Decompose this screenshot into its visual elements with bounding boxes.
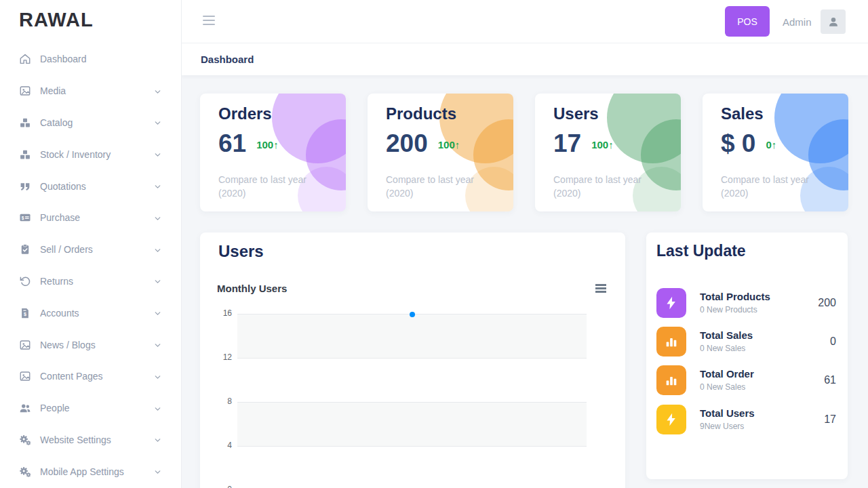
sidebar-item-catalog[interactable]: Catalog — [0, 107, 181, 139]
sidebar-item-people[interactable]: People — [0, 392, 181, 424]
users-icon — [19, 402, 32, 415]
grid-band — [237, 446, 587, 488]
invoice-card-icon — [19, 211, 32, 224]
stat-card-orders: Orders 61 100↑ Compare to last year (202… — [200, 94, 346, 211]
list-item-total-products: Total Products 0 New Products 200 — [656, 288, 837, 318]
home-icon — [19, 53, 32, 66]
last-update-title: Last Update — [656, 242, 746, 260]
chevron-down-icon — [153, 340, 162, 349]
sidebar-item-label: Stock / Inventory — [40, 149, 111, 160]
sidebar-item-label: Returns — [40, 276, 73, 287]
sidebar-item-label: Accounts — [40, 308, 79, 319]
last-update-card: Last Update Total Products 0 New Product… — [646, 232, 848, 479]
boxes-icon — [19, 148, 32, 161]
bolt-icon — [656, 405, 686, 434]
stat-card-sales: Sales $ 0 0↑ Compare to last year (2020) — [703, 94, 848, 211]
person-icon — [827, 15, 840, 28]
stat-note: Compare to last year (2020) — [721, 173, 836, 200]
stat-title: Orders — [218, 104, 272, 123]
sidebar: RAWAL Dashboard Media Catalog Stock / In… — [0, 0, 182, 488]
chevron-down-icon — [153, 467, 162, 476]
sidebar-item-label: Media — [40, 85, 66, 96]
item-title: Total Sales — [700, 329, 753, 341]
sidebar-item-dashboard[interactable]: Dashboard — [0, 43, 181, 75]
chevron-down-icon — [153, 87, 162, 96]
item-value: 0 — [830, 327, 836, 357]
monthly-users-plot — [237, 314, 587, 488]
undo-icon — [19, 274, 32, 287]
sidebar-item-sell-orders[interactable]: Sell / Orders — [0, 234, 181, 266]
bar-chart-icon — [656, 365, 686, 395]
pos-button[interactable]: POS — [725, 6, 770, 37]
stat-delta: 100↑ — [256, 139, 279, 150]
chevron-down-icon — [153, 245, 162, 254]
stat-value: 17 — [553, 131, 581, 156]
bolt-icon — [656, 288, 686, 318]
sidebar-item-label: Dashboard — [40, 54, 87, 64]
item-subtitle: 0 New Sales — [700, 344, 745, 353]
stat-card-products: Products 200 100↑ Compare to last year (… — [368, 94, 513, 211]
chevron-down-icon — [153, 277, 162, 285]
chevron-down-icon — [153, 214, 162, 222]
sidebar-item-purchase[interactable]: Purchase — [0, 202, 181, 234]
y-axis-tick: 8 — [202, 396, 232, 406]
image-icon — [19, 85, 32, 98]
stat-value: 61 — [218, 131, 246, 156]
menu-toggle-icon[interactable] — [203, 16, 215, 28]
breadcrumb-current: Dashboard — [201, 54, 254, 65]
data-point — [410, 312, 415, 317]
stat-title: Products — [386, 104, 456, 123]
list-item-total-sales: Total Sales 0 New Sales 0 — [656, 327, 837, 357]
stat-value: $ 0 — [721, 131, 755, 156]
bar-chart-icon — [656, 327, 686, 357]
list-item-total-order: Total Order 0 New Sales 61 — [656, 365, 837, 395]
item-value: 61 — [824, 365, 836, 395]
sidebar-item-label: Website Settings — [40, 434, 111, 445]
list-item-total-users: Total Users 9New Users 17 — [656, 405, 837, 434]
brand-logo: RAWAL — [19, 9, 94, 31]
y-axis-tick: 16 — [202, 308, 232, 318]
item-title: Total Users — [700, 407, 755, 419]
sidebar-item-stock-inventory[interactable]: Stock / Inventory — [0, 138, 181, 170]
sidebar-item-media[interactable]: Media — [0, 75, 181, 107]
stat-note: Compare to last year (2020) — [386, 173, 501, 200]
stat-delta: 0↑ — [766, 139, 776, 150]
sidebar-item-quotations[interactable]: Quotations — [0, 170, 181, 202]
sidebar-item-mobile-app-settings[interactable]: Mobile App Settings — [0, 455, 181, 487]
sidebar-item-label: Sell / Orders — [40, 244, 93, 255]
stat-value: 200 — [386, 131, 428, 156]
sidebar-item-accounts[interactable]: Accounts — [0, 297, 181, 329]
chevron-down-icon — [153, 372, 162, 381]
chart-menu-icon[interactable] — [595, 284, 606, 294]
item-value: 200 — [818, 288, 836, 318]
sidebar-nav: Dashboard Media Catalog Stock / Inventor… — [0, 43, 181, 487]
y-axis-tick: 0 — [202, 485, 232, 488]
sidebar-item-returns[interactable]: Returns — [0, 266, 181, 298]
chevron-down-icon — [153, 435, 162, 444]
image-icon — [19, 338, 32, 351]
stat-card-users: Users 17 100↑ Compare to last year (2020… — [535, 94, 681, 211]
sidebar-item-label: Content Pages — [40, 371, 103, 382]
breadcrumb: Dashboard — [182, 43, 868, 75]
stat-title: Users — [553, 104, 599, 123]
sidebar-item-label: Purchase — [40, 212, 80, 223]
gears-icon — [19, 433, 32, 446]
sidebar-item-news-blogs[interactable]: News / Blogs — [0, 329, 181, 361]
item-subtitle: 0 New Products — [700, 305, 757, 314]
grid-band — [237, 358, 587, 402]
image-icon — [19, 370, 32, 383]
sidebar-item-content-pages[interactable]: Content Pages — [0, 361, 181, 392]
file-dollar-icon — [19, 306, 32, 319]
item-title: Total Products — [700, 291, 770, 302]
sidebar-item-website-settings[interactable]: Website Settings — [0, 424, 181, 456]
item-subtitle: 9New Users — [700, 422, 744, 431]
topbar: POS Admin — [182, 0, 868, 43]
quote-icon — [19, 180, 32, 192]
user-name-label: Admin — [783, 0, 812, 43]
stat-delta: 100↑ — [438, 139, 460, 150]
chart-title: Monthly Users — [217, 283, 287, 294]
stat-title: Sales — [721, 104, 764, 123]
avatar[interactable] — [821, 9, 846, 34]
gears-icon — [19, 465, 32, 478]
item-title: Total Order — [700, 368, 754, 380]
